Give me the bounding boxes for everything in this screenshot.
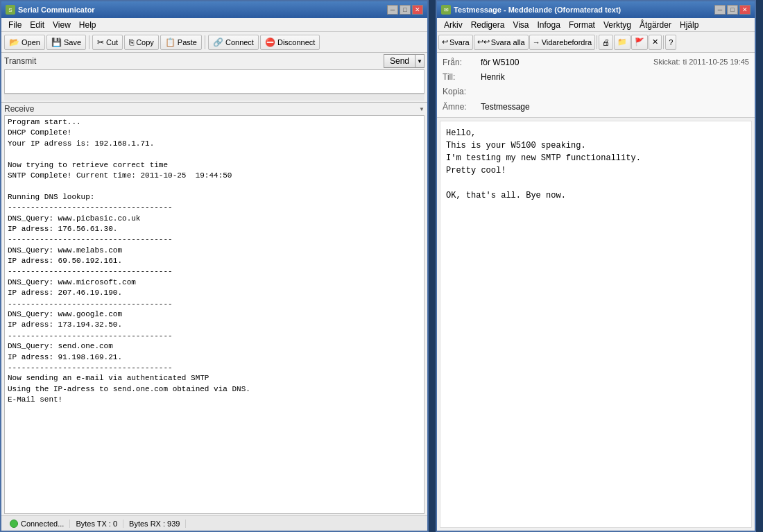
- to-value: Henrik: [481, 71, 749, 84]
- status-bytes-tx: Bytes TX : 0: [70, 520, 123, 528]
- status-connected: Connected...: [4, 520, 70, 528]
- serial-menu-bar: File Edit View Help: [1, 18, 427, 32]
- email-cc-row: Kopia:: [443, 85, 749, 99]
- email-title-bar: ✉ Testmessage - Meddelande (Oformaterad …: [437, 1, 755, 18]
- print-button[interactable]: 🖨: [599, 35, 613, 50]
- paste-button[interactable]: 📋 Paste: [160, 35, 202, 50]
- paste-icon: 📋: [165, 37, 175, 47]
- email-menu-atgarder[interactable]: Åtgärder: [635, 19, 676, 31]
- save-label: Save: [64, 38, 81, 46]
- transmit-section: Transmit Send ▼: [1, 53, 427, 103]
- send-button[interactable]: Send: [384, 54, 415, 68]
- cut-button[interactable]: ✂ Cut: [92, 35, 123, 50]
- serial-close-button[interactable]: ✕: [412, 5, 423, 15]
- email-menu-bar: Arkiv Redigera Visa Infoga Format Verkty…: [437, 18, 755, 32]
- receive-section: Receive ▼ Program start... DHCP Complete…: [1, 103, 427, 515]
- copy-icon: ⎘: [129, 37, 134, 47]
- copy-button[interactable]: ⎘ Copy: [124, 35, 159, 50]
- connect-icon: 🔗: [213, 37, 223, 47]
- transmit-header: Transmit Send ▼: [4, 54, 425, 68]
- svara-alla-button[interactable]: ↩↩ Svara alla: [474, 35, 529, 50]
- paste-label: Paste: [178, 38, 197, 46]
- email-minimize-button[interactable]: ─: [714, 5, 726, 15]
- svara-icon: ↩: [442, 37, 448, 46]
- email-to-row: Till: Henrik: [443, 70, 749, 85]
- email-title-bar-left: ✉ Testmessage - Meddelande (Oformaterad …: [441, 5, 621, 15]
- move-button[interactable]: 📁: [614, 35, 631, 50]
- email-menu-format[interactable]: Format: [565, 19, 599, 31]
- email-menu-visa[interactable]: Visa: [508, 19, 533, 31]
- email-menu-verktyg[interactable]: Verktyg: [599, 19, 635, 31]
- from-value: för W5100: [481, 56, 653, 69]
- open-button[interactable]: 📂 Open: [4, 35, 45, 50]
- send-btn-area: Send ▼: [384, 54, 425, 68]
- email-subject-row: Ämne: Testmessage: [443, 100, 749, 114]
- menu-edit[interactable]: Edit: [26, 19, 49, 31]
- email-maximize-button[interactable]: □: [727, 5, 738, 15]
- receive-header: Receive ▼: [4, 104, 425, 114]
- print-icon: 🖨: [602, 38, 610, 46]
- disconnect-icon: ⛔: [265, 37, 275, 47]
- connect-button[interactable]: 🔗 Connect: [208, 35, 259, 50]
- connect-label: Connect: [225, 38, 254, 46]
- email-from-row: Från: för W5100 Skickat: ti 2011-10-25 1…: [443, 55, 749, 70]
- transmit-label: Transmit: [4, 56, 36, 66]
- status-connected-text: Connected...: [21, 520, 64, 528]
- email-menu-infoga[interactable]: Infoga: [533, 19, 565, 31]
- serial-minimize-button[interactable]: ─: [387, 5, 398, 15]
- email-window-controls: ─ □ ✕: [714, 5, 751, 15]
- status-indicator: [10, 520, 18, 528]
- email-toolbar-sep-2: [663, 35, 664, 49]
- svara-button[interactable]: ↩ Svara: [438, 35, 473, 50]
- copy-label: Copy: [136, 38, 154, 46]
- serial-title-text: Serial Communicator: [18, 6, 95, 14]
- email-body: Hello, This is your W5100 speaking. I'm …: [440, 121, 752, 528]
- move-icon: 📁: [617, 37, 627, 46]
- serial-maximize-button[interactable]: □: [400, 5, 411, 15]
- transmit-h-scrollbar[interactable]: [4, 94, 425, 101]
- subject-value: Testmessage: [481, 101, 749, 114]
- email-menu-arkiv[interactable]: Arkiv: [440, 19, 467, 31]
- transmit-input[interactable]: [4, 69, 425, 94]
- menu-help[interactable]: Help: [75, 19, 101, 31]
- help-button[interactable]: ?: [665, 35, 676, 50]
- email-title-text: Testmessage - Meddelande (Oformaterad te…: [454, 6, 621, 14]
- bytes-tx-text: Bytes TX : 0: [76, 520, 117, 528]
- email-menu-hjalp[interactable]: Hjälp: [676, 19, 703, 31]
- receive-content[interactable]: Program start... DHCP Complete! Your IP …: [4, 115, 425, 514]
- receive-label: Receive: [4, 104, 34, 114]
- subject-label: Ämne:: [443, 101, 481, 114]
- email-header: Från: för W5100 Skickat: ti 2011-10-25 1…: [437, 53, 755, 118]
- save-button[interactable]: 💾 Save: [46, 35, 86, 50]
- email-app-icon: ✉: [441, 5, 451, 15]
- delete-icon: ✕: [652, 37, 658, 46]
- disconnect-label: Disconnect: [277, 38, 315, 46]
- from-label: Från:: [443, 56, 481, 69]
- serial-app-icon: S: [6, 5, 15, 15]
- open-icon: 📂: [9, 37, 19, 47]
- serial-communicator-window: S Serial Communicator ─ □ ✕ File Edit Vi…: [0, 0, 429, 532]
- svara-label: Svara: [449, 38, 470, 46]
- email-toolbar: ↩ Svara ↩↩ Svara alla → Vidarebefordra 🖨…: [437, 32, 755, 53]
- toolbar-sep-2: [205, 35, 205, 49]
- svara-alla-label: Svara alla: [491, 38, 525, 46]
- disconnect-button[interactable]: ⛔ Disconnect: [260, 35, 320, 50]
- sent-label: Skickat:: [653, 56, 680, 69]
- flag-button[interactable]: 🚩: [631, 35, 648, 50]
- email-menu-redigera[interactable]: Redigera: [467, 19, 509, 31]
- help-label: ?: [669, 38, 673, 46]
- menu-file[interactable]: File: [4, 19, 26, 31]
- vidarebefordra-icon: →: [533, 38, 540, 46]
- svara-alla-icon: ↩↩: [477, 37, 490, 46]
- status-bytes-rx: Bytes RX : 939: [123, 520, 186, 528]
- email-close-button[interactable]: ✕: [739, 5, 751, 15]
- flag-icon: 🚩: [635, 37, 644, 46]
- bytes-rx-text: Bytes RX : 939: [129, 520, 180, 528]
- receive-dropdown-icon[interactable]: ▼: [419, 106, 425, 112]
- cc-label: Kopia:: [443, 85, 481, 98]
- send-dropdown-button[interactable]: ▼: [415, 54, 425, 68]
- menu-view[interactable]: View: [49, 19, 75, 31]
- vidarebefordra-button[interactable]: → Vidarebefordra: [529, 35, 596, 50]
- email-window: ✉ Testmessage - Meddelande (Oformaterad …: [436, 0, 756, 532]
- delete-button[interactable]: ✕: [649, 35, 662, 50]
